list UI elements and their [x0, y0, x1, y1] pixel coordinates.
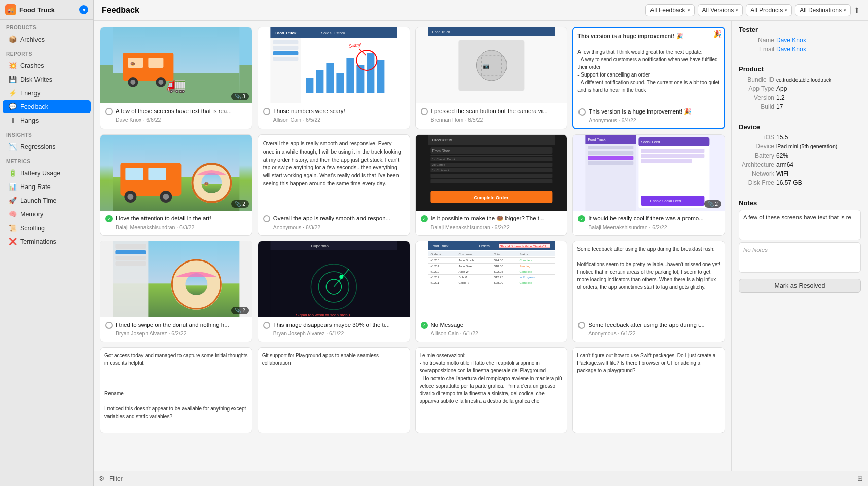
card-image-3: Food Truck 📷	[416, 27, 567, 103]
sidebar-item-hangs[interactable]: ⏸ Hangs	[3, 114, 91, 127]
hangs-icon: ⏸	[9, 117, 17, 124]
feedback-card-2[interactable]: Food Truck Sales History	[258, 27, 410, 129]
memory-icon: 🧠	[9, 210, 17, 218]
card-meta-12: Anonymous · 6/1/22	[578, 330, 719, 337]
feedback-card-4[interactable]: This version is a huge improvement! 🎉 A …	[572, 27, 725, 129]
filter-destinations-btn[interactable]: All Destinations ▾	[795, 4, 851, 16]
scrolling-icon: 📜	[9, 224, 17, 232]
feedback-card-10[interactable]: Cupertino Signal too weak to sc	[258, 241, 410, 342]
screenshot-placeholder-1: 🍩	[100, 27, 252, 103]
filter-feedback-btn[interactable]: All Feedback ▾	[645, 4, 694, 16]
attachment-count-1: 📎 3	[231, 93, 248, 100]
svg-rect-85	[115, 250, 146, 254]
status-circle-11: ✓	[421, 322, 428, 329]
regressions-label: Regressions	[20, 143, 55, 151]
feedback-card-15[interactable]: Le mie osservazioni: - ho trovato molto …	[415, 347, 568, 433]
app-badge: ▾	[79, 5, 88, 14]
svg-text:#1212: #1212	[430, 276, 439, 279]
card-title-5: I love the attention to detail in the ar…	[116, 215, 211, 222]
resolve-button[interactable]: Mark as Resolved	[739, 279, 861, 293]
card-meta-7: Balaji Meenakshisundran · 6/2/22	[421, 224, 562, 230]
share-button[interactable]: ⬆	[854, 6, 860, 14]
svg-text:From Store: From Store	[432, 149, 450, 153]
feedback-card-11[interactable]: Food Truck Orders Shouldn't these both b…	[415, 241, 568, 342]
filter-products-label: All Products	[750, 7, 783, 14]
filter-text[interactable]: Filter	[109, 475, 123, 482]
svg-rect-24	[346, 58, 354, 93]
terminations-label: Terminations	[20, 238, 56, 245]
notes-section: Notes A few of these screens have text t…	[739, 199, 861, 273]
feedback-card-16[interactable]: I can't figure out how to use Swift pack…	[572, 347, 725, 433]
disk-label: Disk Free	[739, 179, 774, 186]
tester-email-value[interactable]: Dave Knox	[776, 46, 806, 53]
svg-text:Enable Social Feed: Enable Social Feed	[650, 199, 681, 203]
chevron-down-icon: ▾	[785, 8, 787, 13]
archives-label: Archives	[20, 36, 45, 43]
filter-destinations-label: All Destinations	[800, 7, 842, 14]
svg-rect-77	[641, 149, 705, 153]
feedback-card-1[interactable]: 🍩 📎 3 A few of these screens have text t…	[100, 27, 252, 129]
device-row: Device iPad mini (5th generation)	[739, 143, 861, 150]
screenshot-placeholder-5: 🍩	[100, 135, 252, 211]
status-circle-6	[263, 215, 270, 222]
tester-name-value[interactable]: Dave Knox	[776, 36, 806, 44]
feedback-card-3[interactable]: Food Truck 📷 I pressed	[415, 27, 568, 129]
insights-section-label: Insights	[0, 127, 93, 140]
tester-section-title: Tester	[739, 26, 861, 33]
sidebar-item-regressions[interactable]: 📉 Regressions	[3, 140, 91, 153]
feedback-card-8[interactable]: Food Truck Social Feed+	[572, 134, 725, 236]
sidebar-item-archives[interactable]: 📦 Archives	[3, 33, 91, 46]
grid-toggle-icon[interactable]: ⊞	[857, 475, 863, 482]
feedback-card-5[interactable]: 🍩 📎 2 ✓ I love the attention to detail i…	[100, 134, 252, 236]
card-title-10: This image disappears maybe 30% of the t…	[273, 321, 390, 329]
hangs-label: Hangs	[20, 117, 39, 124]
card-image-9: 📎 2	[100, 241, 252, 317]
sidebar-item-terminations[interactable]: ❌ Terminations	[3, 235, 91, 248]
sidebar-item-crashes[interactable]: 💥 Crashes	[3, 59, 91, 72]
filter-versions-btn[interactable]: All Versions ▾	[698, 4, 743, 16]
device-section: Device iOS 15.5 Device iPad mini (5th ge…	[739, 123, 861, 186]
filter-versions-label: All Versions	[702, 7, 734, 14]
right-panel: Tester Name Dave Knox Email Dave Knox Pr…	[731, 21, 868, 471]
svg-rect-121	[428, 269, 555, 269]
sidebar-item-memory[interactable]: 🧠 Memory	[3, 208, 91, 220]
card-body-16	[573, 424, 725, 433]
svg-rect-86	[115, 256, 146, 260]
svg-text:🍩: 🍩	[130, 61, 135, 66]
sidebar-item-disk-writes[interactable]: 💾 Disk Writes	[3, 73, 91, 86]
tester-email-row: Email Dave Knox	[739, 46, 861, 53]
card-meta-5: Balaji Meenakshisundran · 6/3/22	[105, 224, 247, 230]
sidebar-item-launch-time[interactable]: 🚀 Launch Time	[3, 194, 91, 207]
crashes-icon: 💥	[9, 62, 17, 69]
app-type-value: App	[776, 85, 787, 92]
feedback-card-13[interactable]: Got access today and managed to capture …	[100, 347, 252, 433]
reports-section-label: Reports	[0, 46, 93, 59]
svg-rect-59	[430, 174, 552, 178]
feedback-card-6[interactable]: Overall the app is really smooth and res…	[258, 134, 410, 236]
filter-products-btn[interactable]: All Products ▾	[746, 4, 792, 16]
network-label: Network	[739, 170, 774, 177]
svg-rect-126	[428, 274, 555, 275]
filter-icon[interactable]: ⚙	[99, 475, 105, 482]
svg-text:$12.75: $12.75	[494, 276, 503, 279]
battery-row: Battery 62%	[739, 152, 861, 159]
bottom-bar: ⚙ Filter ⊞	[94, 471, 868, 486]
sidebar-item-battery-usage[interactable]: 🔋 Battery Usage	[3, 167, 91, 179]
sidebar-item-energy[interactable]: ⚡ Energy	[3, 87, 91, 99]
tester-email-label: Email	[739, 46, 774, 53]
screenshot-placeholder-3: Food Truck 📷	[416, 27, 567, 103]
feedback-card-12[interactable]: Some feedback after using the app during…	[572, 241, 725, 342]
build-row: Build 17	[739, 103, 861, 110]
sidebar-item-hang-rate[interactable]: 📊 Hang Rate	[3, 180, 91, 193]
svg-text:1x Croissant: 1x Croissant	[432, 169, 449, 172]
card-title-1: A few of these screens have text that is…	[116, 107, 232, 115]
svg-rect-131	[428, 280, 555, 280]
feedback-card-14[interactable]: Git support for Playground apps to enabl…	[258, 347, 410, 433]
app-header[interactable]: 🚚 Food Truck ▾	[0, 0, 93, 20]
sidebar-item-feedback[interactable]: 💬 Feedback	[3, 100, 91, 113]
screenshot-placeholder-8: Food Truck Social Feed+	[573, 135, 725, 211]
svg-text:Order #: Order #	[430, 253, 441, 256]
feedback-card-9[interactable]: 📎 2 I tried to swipe on the donut and no…	[100, 241, 252, 342]
feedback-card-7[interactable]: Order #1215 From Store 1x Classic Donut	[415, 134, 568, 236]
sidebar-item-scrolling[interactable]: 📜 Scrolling	[3, 221, 91, 234]
